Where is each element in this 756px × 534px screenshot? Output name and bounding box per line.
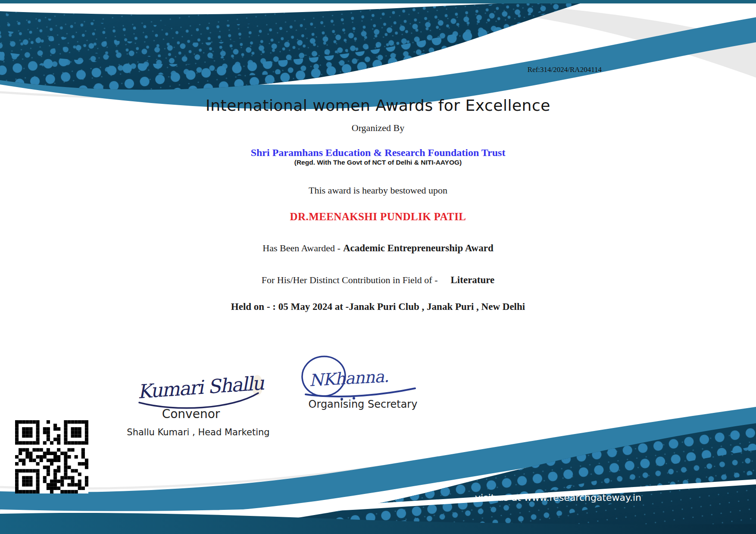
qr-code-icon — [15, 420, 88, 493]
award-prefix: Has Been Awarded - — [262, 243, 341, 253]
convenor-title: Convenor — [120, 407, 262, 421]
signature-underline — [306, 388, 415, 397]
event-details: Held on - : 05 May 2024 at -Janak Puri C… — [0, 301, 756, 312]
registration-note: (Regd. With The Govt of NCT of Delhi & N… — [0, 159, 756, 166]
website-text: visit us at www.researchgateway.in — [448, 492, 668, 503]
organized-by-label: Organized By — [0, 122, 756, 134]
field-prefix: For His/Her Distinct Contribution in Fie… — [262, 275, 438, 285]
ref-number: Ref:314/2024/RA204114 — [528, 66, 602, 74]
top-edge-strip — [0, 0, 756, 3]
bestowed-text: This award is hearby bestowed upon — [0, 185, 756, 196]
award-name: Academic Entrepreneurship Award — [343, 243, 494, 253]
convenor-name-role: Shallu Kumari , Head Marketing — [112, 427, 284, 437]
organising-secretary-signature: NKhanna. — [300, 347, 429, 403]
organization-name: Shri Paramhans Education & Research Foun… — [0, 147, 756, 159]
organising-secretary-signature-text: NKhanna. — [309, 367, 389, 390]
field-name: Literature — [451, 275, 495, 285]
award-line: Has Been Awarded -Academic Entrepreneurs… — [0, 243, 756, 254]
recipient-name: DR.MEENAKSHI PUNDLIK PATIL — [0, 211, 756, 223]
field-line: For His/Her Distinct Contribution in Fie… — [0, 275, 756, 286]
organising-secretary-title: Organising Secretary — [298, 398, 428, 410]
bottom-wave-decoration — [0, 390, 756, 534]
certificate-page: Ref:314/2024/RA204114 International wome… — [0, 0, 756, 534]
convenor-signature-text: Kumari Shallu — [137, 372, 265, 403]
certificate-title: International women Awards for Excellenc… — [0, 97, 756, 114]
